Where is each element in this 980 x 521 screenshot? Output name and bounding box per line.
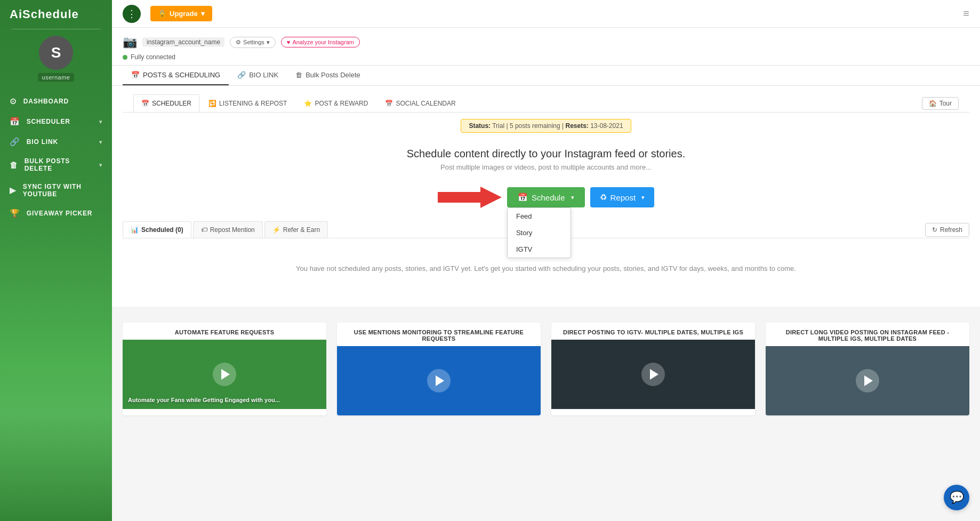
connected-dot [123,55,127,60]
social-calendar-icon: 📅 [385,100,393,107]
lock-icon: 🔒 [158,10,166,18]
analyze-instagram-button[interactable]: ♥ Analyze your Instagram [281,37,360,47]
caret-down-icon: ▾ [571,194,574,201]
scheduler-tab-icon: 📅 [141,100,149,107]
sched-tab-listening-repost[interactable]: 🔁 LISTENING & REPOST [200,94,295,112]
scheduler-icon: 📅 [10,117,20,126]
dropdown-item-feed[interactable]: Feed [508,208,571,225]
avatar-letter: S [51,44,61,61]
sidebar-username: username [38,73,75,82]
content-area: 📅 SCHEDULER 🔁 LISTENING & REPOST ⭐ POST … [112,86,980,307]
hamburger-icon[interactable]: ≡ [963,7,969,20]
sidebar-bg-image [0,414,112,521]
dropdown-item-story[interactable]: Story [508,225,571,241]
account-row: 📷 instagram_account_name ⚙ Settings ▾ ♥ … [123,35,969,49]
star-icon: ⭐ [304,100,312,107]
feature-card-thumbnail [766,346,969,415]
heart-icon: ♥ [287,39,291,45]
scheduler-tabs-row: 📅 SCHEDULER 🔁 LISTENING & REPOST ⭐ POST … [123,94,969,113]
sched-tab-social-calendar[interactable]: 📅 SOCIAL CALENDAR [377,94,463,112]
sidebar-item-sync-igtv[interactable]: ▶ SYNC IGTV WITH YOUTUBE [0,178,112,203]
sidebar-item-label: BIO LINK [27,138,58,146]
sched-tab-post-reward[interactable]: ⭐ POST & REWARD [296,94,376,112]
resets-date: 13-08-2021 [590,122,623,130]
feature-card-long-video: DIRECT LONG VIDEO POSTING ON INSTAGRAM F… [766,323,969,415]
sidebar: AiSchedule S username ⊙ DASHBOARD 📅 SCHE… [0,0,112,521]
feature-card-automate: AUTOMATE FEATURE REQUESTS Automate your … [123,323,326,415]
refresh-button[interactable]: ↻ Refresh [925,223,969,237]
dots-menu-button[interactable]: ⋮ [123,5,141,23]
account-name: instagram_account_name [142,37,224,47]
main-tabs-row: 📅 POSTS & SCHEDULING 🔗 BIO LINK 🗑 Bulk P… [112,66,980,86]
repost-button[interactable]: ♻ Repost ▾ [590,187,655,207]
hero-subtitle: Post multiple images or videos, post to … [123,163,969,171]
bottom-tab-refer-earn[interactable]: ⚡ Refer & Earn [264,221,328,238]
sidebar-item-label: DASHBOARD [23,98,69,105]
dropdown-item-igtv[interactable]: IGTV [508,241,571,258]
status-label: Status: [469,122,491,130]
sidebar-item-label: BULK POSTS DELETE [25,157,93,172]
gear-icon: ⚙ [236,39,241,46]
sidebar-item-dashboard[interactable]: ⊙ DASHBOARD [0,91,112,111]
lightning-icon: ⚡ [272,226,280,234]
tab-bio-link[interactable]: 🔗 BIO LINK [229,66,287,85]
posts-remaining: 5 posts remaining [510,122,560,130]
topbar: ⋮ 🔒 Upgrade ▾ ≡ [112,0,980,28]
sched-tab-scheduler[interactable]: 📅 SCHEDULER [133,94,199,112]
flag-icon: 🏠 [929,100,937,107]
connection-status-row: Fully connected [123,53,969,65]
sidebar-item-label: SYNC IGTV WITH YOUTUBE [23,183,102,198]
bulk-delete-icon: 🗑 [10,161,18,170]
caret-down-icon: ▾ [201,10,205,18]
feature-cards-grid: AUTOMATE FEATURE REQUESTS Automate your … [123,323,969,415]
schedule-dropdown-menu: Feed Story IGTV [507,207,571,258]
calendar-icon: 📅 [131,71,140,79]
youtube-icon: ▶ [10,186,17,195]
link-icon: 🔗 [237,71,246,79]
chat-icon: 💬 [950,491,964,504]
play-button[interactable] [641,363,665,386]
recycle-icon: ♻ [600,193,607,202]
sidebar-item-label: GIVEAWAY PICKER [27,210,92,217]
caret-down-icon: ▾ [641,194,645,201]
main-content: ⋮ 🔒 Upgrade ▾ ≡ 📷 instagram_account_name… [112,0,980,521]
schedule-button[interactable]: 📅 Schedule ▾ [507,187,585,207]
feature-card-thumbnail: Automate your Fans while Getting Engaged… [123,340,326,409]
caret-down-icon: ▾ [267,39,270,46]
sidebar-item-label: SCHEDULER [27,118,70,125]
tour-button[interactable]: 🏠 Tour [922,97,959,110]
sidebar-divider [11,29,101,29]
sidebar-item-scheduler[interactable]: 📅 SCHEDULER ▾ [0,111,112,132]
feature-card-igtv-posting: DIRECT POSTING TO IGTV- MULTIPLE DATES, … [551,323,755,415]
sidebar-item-giveaway-picker[interactable]: 🏆 GIVEAWAY PICKER [0,203,112,223]
refresh-icon: ↻ [932,226,937,234]
connected-text: Fully connected [131,53,175,61]
chevron-down-icon: ▾ [99,162,102,168]
play-button[interactable] [427,369,451,392]
tab-posts-scheduling[interactable]: 📅 POSTS & SCHEDULING [123,66,229,85]
upgrade-button[interactable]: 🔒 Upgrade ▾ [150,6,212,21]
play-button[interactable] [856,369,879,392]
bio-link-icon: 🔗 [10,137,20,147]
schedule-wrap: 📅 Schedule ▾ Feed Story IGTV [507,187,585,207]
sidebar-item-bulk-posts-delete[interactable]: 🗑 BULK POSTS DELETE ▾ [0,152,112,178]
dashboard-icon: ⊙ [10,97,17,106]
bottom-tab-scheduled[interactable]: 📊 Scheduled (0) [123,221,191,238]
instagram-icon: 📷 [123,35,137,49]
account-bar: 📷 instagram_account_name ⚙ Settings ▾ ♥ … [112,28,980,66]
play-button[interactable] [213,363,236,386]
tab-bulk-posts-delete[interactable]: 🗑 Bulk Posts Delete [287,66,369,85]
calendar-icon: 📅 [518,193,528,202]
trash-icon: 🗑 [295,71,302,79]
thumb-overlay-text: Automate your Fans while Getting Engaged… [128,396,280,404]
status-sep1: | [506,122,508,130]
chat-bubble-button[interactable]: 💬 [944,485,969,510]
sidebar-item-bio-link[interactable]: 🔗 BIO LINK ▾ [0,132,112,152]
bottom-tab-repost-mention[interactable]: 🏷 Repost Mention [193,221,263,238]
status-badge: Status: Trial | 5 posts remaining | Rese… [461,119,631,133]
feature-card-title: DIRECT LONG VIDEO POSTING ON INSTAGRAM F… [766,323,969,346]
status-sep2: | [562,122,564,130]
bar-chart-icon: 📊 [131,226,139,234]
app-logo-text: AiSchedule [10,7,79,21]
settings-button[interactable]: ⚙ Settings ▾ [230,37,276,48]
